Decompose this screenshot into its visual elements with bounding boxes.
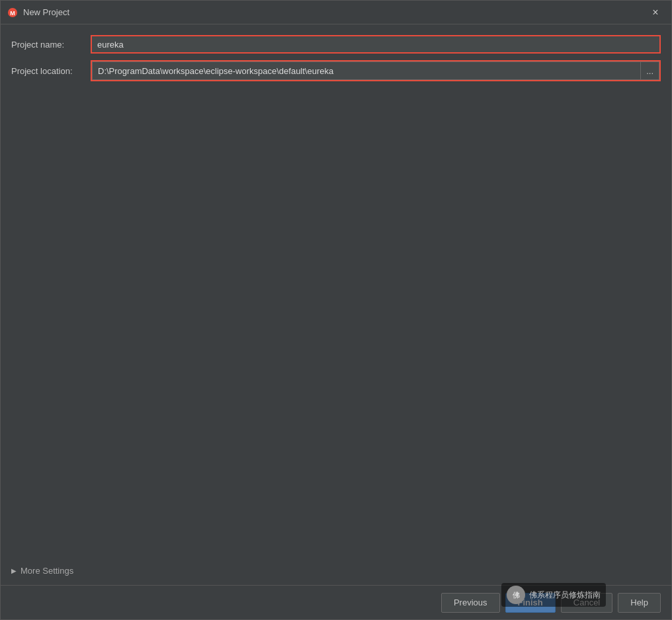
cancel-button[interactable]: Cancel xyxy=(561,593,612,613)
close-button[interactable]: × xyxy=(646,3,665,22)
project-location-wrapper: ... xyxy=(91,60,661,81)
project-location-input[interactable] xyxy=(92,61,640,80)
dialog-icon: M xyxy=(7,7,18,18)
project-location-label: Project location: xyxy=(11,66,91,76)
browse-button[interactable]: ... xyxy=(640,61,659,80)
project-name-label: Project name: xyxy=(11,40,91,50)
dialog-title: New Project xyxy=(23,7,646,17)
content-area: Project name: Project location: ... ▶ Mo… xyxy=(1,24,671,585)
finish-button[interactable]: Finish xyxy=(505,593,556,613)
project-location-row: Project location: ... xyxy=(11,60,661,81)
new-project-dialog: M New Project × Project name: Project lo… xyxy=(0,0,672,620)
dialog-footer: Previous Finish Cancel Help xyxy=(1,585,671,619)
previous-button[interactable]: Previous xyxy=(441,593,500,613)
more-settings-label: More Settings xyxy=(21,566,73,576)
project-name-input[interactable] xyxy=(91,35,661,54)
more-settings-arrow-icon: ▶ xyxy=(11,567,17,574)
title-bar: M New Project × xyxy=(1,1,671,24)
more-settings-toggle[interactable]: ▶ More Settings xyxy=(11,562,661,580)
help-button[interactable]: Help xyxy=(618,593,661,613)
project-name-row: Project name: xyxy=(11,35,661,54)
svg-text:M: M xyxy=(10,10,15,17)
middle-space xyxy=(11,88,661,562)
